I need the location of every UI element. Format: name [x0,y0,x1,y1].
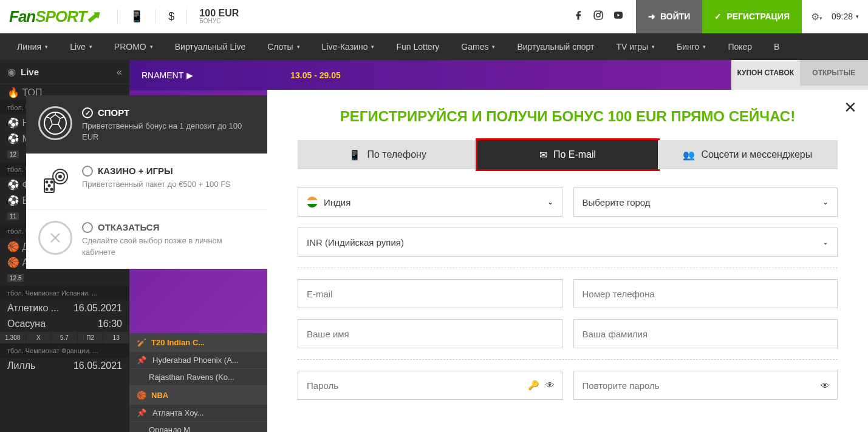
chevron-down-icon: ⌄ [547,198,553,206]
tab-email-label: По E-mail [553,149,596,160]
bonus-sport-desc: Приветственный бонус на 1 депозит до 100… [82,121,256,143]
register-button[interactable]: ✓ РЕГИСТРАЦИЯ [702,0,802,33]
nav-games[interactable]: Games▾ [450,33,506,60]
divider [186,9,187,24]
badge: 12.5 [7,274,24,282]
gear-icon[interactable]: ⚙▾ [811,11,822,22]
country-value: Индия [324,197,350,208]
bonus-option-casino[interactable]: КАЗИНО + ИГРЫ Приветственный пакет до €5… [26,154,268,209]
mobile-icon[interactable]: 📱 [130,10,143,23]
odds-cell[interactable]: П2 [78,332,104,343]
sidebar-match[interactable]: Лилль16.05.2021 [0,358,129,374]
separator [298,359,838,360]
sidebar-match[interactable]: Атлетико ...16.05.2021 [0,300,129,316]
key-icon[interactable]: 🔑 [528,380,539,391]
close-icon [38,221,72,255]
header-bonus[interactable]: 100 EUR БОНУС [199,8,239,24]
bonus-popup: СПОРТ Приветственный бонус на 1 депозит … [26,95,268,269]
bonus-option-sport[interactable]: СПОРТ Приветственный бонус на 1 депозит … [26,95,268,154]
nav-live[interactable]: Live▾ [59,33,103,60]
badge: 11 [7,212,19,220]
eye-off-icon[interactable]: 👁 [545,380,555,391]
phone-field[interactable] [573,279,838,308]
youtube-icon[interactable] [613,10,624,24]
nav-tv-games[interactable]: TV игры▾ [606,33,666,60]
header-left: 📱 $ 100 EUR БОНУС [117,8,239,24]
logo-part2: SPORT [35,7,86,25]
nav-more[interactable]: В [763,33,790,60]
sidebar-match[interactable]: Осасуна16:30 [0,316,129,332]
password-input[interactable] [307,380,553,391]
tab-social[interactable]: 👥 Соцсети и мессенджеры [658,140,838,169]
currency-select[interactable]: INR (Индийская рупия) ⌄ [298,228,838,257]
tab-phone[interactable]: 📱 По телефону [298,140,477,169]
bonus-option-decline[interactable]: ОТКАЗАТЬСЯ Сделайте свой выбор позже в л… [26,209,268,268]
currency-icon[interactable]: $ [168,10,174,23]
tab-phone-label: По телефону [367,149,426,160]
city-value: Выберите город [583,197,651,208]
nav-virtual-sport[interactable]: Виртуальный спорт [506,33,605,60]
bonus-casino-desc: Приветственный пакет до €500 + 100 FS [82,179,256,190]
radio-icon [82,222,93,233]
email-input[interactable] [307,289,553,299]
sidebar-header: ◉ Live « [0,60,129,84]
casino-icon [38,164,72,198]
password-confirm-field[interactable]: 👁 [573,371,838,400]
login-label: ВОЙТИ [660,12,690,21]
instagram-icon[interactable] [593,10,604,24]
collapse-icon[interactable]: « [117,67,122,78]
nav-poker[interactable]: Покер [717,33,763,60]
bonus-sport-title: СПОРТ [98,107,129,118]
nav-virtual-live[interactable]: Виртуальный Live [164,33,256,60]
country-select[interactable]: Индия ⌄ [298,187,562,217]
close-icon[interactable]: ✕ [844,98,857,117]
svg-point-3 [44,112,66,134]
nav-bingo[interactable]: Бинго▾ [666,33,717,60]
nav-promo[interactable]: PROMO▾ [103,33,164,60]
currency-value: INR (Индийская рупия) [307,237,404,248]
nav-line[interactable]: Линия▾ [6,33,59,60]
banner-prefix: RNAMENT [142,70,183,80]
tab-email[interactable]: ✉ По E-mail [477,140,657,169]
firstname-input[interactable] [307,329,553,339]
register-label: РЕГИСТРАЦИЯ [726,12,790,21]
mail-icon: ✉ [539,149,547,161]
bonus-casino-title: КАЗИНО + ИГРЫ [98,166,173,176]
odds-cell[interactable]: 5.7 [52,332,78,343]
nav-fun-lottery[interactable]: Fun Lottery [385,33,450,60]
modal-title: РЕГИСТРИРУЙСЯ И ПОЛУЧИ БОНУС 100 EUR ПРЯ… [298,108,838,125]
play-icon: ▶ [186,70,193,80]
tab-betslip[interactable]: КУПОН СТАВОК [731,60,800,86]
bonus-amount: 100 EUR [199,8,239,18]
nav-slots[interactable]: Слоты▾ [256,33,310,60]
logo[interactable]: FanSPORT⬈ [9,7,99,26]
firstname-field[interactable] [298,319,562,348]
facebook-icon[interactable] [573,10,584,24]
email-field[interactable] [298,279,562,308]
bonus-label: БОНУС [199,18,239,24]
promo-banner[interactable]: RNAMENT▶ 13.05 - 29.05 [129,60,731,90]
login-button[interactable]: ➜ ВОЙТИ [636,0,702,33]
logo-part1: Fan [9,7,35,25]
phone-input[interactable] [583,289,829,299]
password-field[interactable]: 🔑👁 [298,371,562,400]
odds-cell[interactable]: 13 [103,332,129,343]
bonus-decline-title: ОТКАЗАТЬСЯ [98,222,159,232]
eye-off-icon[interactable]: 👁 [821,380,830,391]
sidebar-france[interactable]: тбол. Чемпионат Франции. ... [0,343,129,358]
password-confirm-input[interactable] [583,380,829,391]
nav-live-casino[interactable]: Live-Казино▾ [311,33,386,60]
svg-point-12 [59,175,61,178]
sidebar-spain[interactable]: тбол. Чемпионат Испании. ... [0,286,129,300]
tab-social-label: Соцсети и мессенджеры [701,149,812,160]
banner-dates: 13.05 - 29.05 [290,70,341,80]
signal-icon: ◉ [7,66,16,78]
city-select[interactable]: Выберите город ⌄ [573,187,838,217]
clock[interactable]: 09:28▾ [832,12,859,21]
odds-cell[interactable]: X [26,332,52,343]
odds-cell[interactable]: 1.308 [0,332,26,343]
main-nav: Линия▾ Live▾ PROMO▾ Виртуальный Live Сло… [0,33,868,60]
tab-open[interactable]: ОТКРЫТЫЕ [800,60,869,86]
lastname-field[interactable] [573,319,838,348]
lastname-input[interactable] [583,329,829,339]
